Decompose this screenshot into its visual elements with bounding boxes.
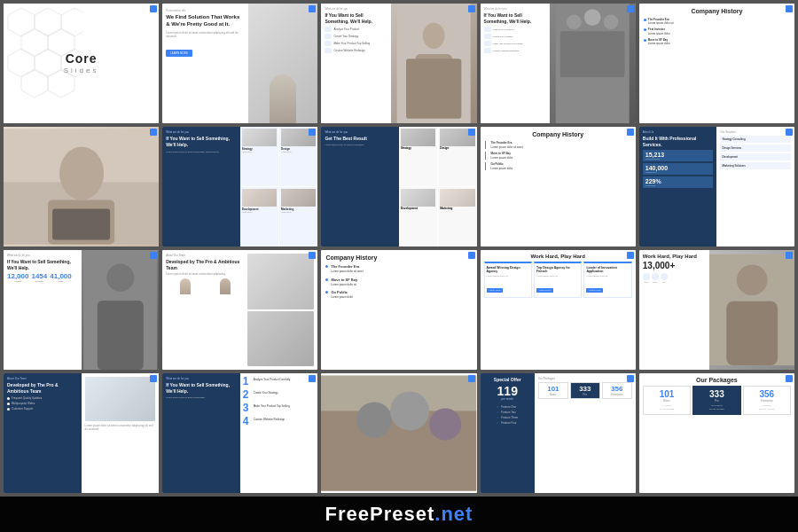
slide-2[interactable]: Presentation title We Find Solution That… xyxy=(162,4,317,123)
slide-8-left: What we do for you Get The Best Result L… xyxy=(321,127,399,246)
svg-point-7 xyxy=(567,14,583,29)
slide-1[interactable]: Core Slides xyxy=(4,4,159,123)
slide-19-right: Our Packages 101 Basic 333 Pro 3 xyxy=(535,373,636,493)
pkg-c2-price: 333 xyxy=(696,389,737,399)
slide-10[interactable]: About Us Build It With Professional Serv… xyxy=(639,127,794,246)
slide-18[interactable] xyxy=(321,373,476,493)
num-1: 1 xyxy=(243,376,252,387)
icon-item-3: Star xyxy=(661,273,668,283)
slide-badge-16 xyxy=(150,375,157,382)
list-item-2: Multipurpose Slides xyxy=(7,402,78,405)
img-box-2 xyxy=(247,311,314,367)
slide-3[interactable]: What we do for you If You Want to Sell S… xyxy=(321,4,476,123)
feature-3: ✓Feature Three xyxy=(497,416,518,419)
slide-8-card-1: Strategy xyxy=(399,127,437,186)
card-1-btn[interactable]: Learn More xyxy=(487,288,504,293)
slide-2-btn[interactable]: LEARN MORE xyxy=(166,50,192,57)
slide-badge-10 xyxy=(786,129,793,136)
slide-12-subtext: Lorem ipsum dolor sit amet consectetur a… xyxy=(166,272,245,276)
slide-9-item-1: The Founder EraLorem ipsum dolor sit ame… xyxy=(485,141,631,149)
svg-point-19 xyxy=(736,264,767,295)
slide-13-text-2: Move to SF Bay Lorem ipsum dolor sit xyxy=(331,278,357,287)
slide-11-right xyxy=(82,250,160,370)
slide-14[interactable]: Work Hard, Play Hard Award Winning Desig… xyxy=(481,250,636,370)
item-label-3: Make Your Product Top Selling xyxy=(493,43,523,45)
slide-19[interactable]: Special Offer 119 per month ✓Feature One… xyxy=(481,373,636,493)
pkg-c3-name: Enterprise xyxy=(747,399,787,403)
slide-7-card-4: Marketing Lorem ipsum xyxy=(279,187,317,246)
slide-badge-3 xyxy=(468,5,475,12)
slide-7[interactable]: What we do for you If You Want to Sell S… xyxy=(162,127,317,246)
icon-box-1 xyxy=(484,27,491,32)
slide-20[interactable]: Our Packages 101 Basic 5 Projects 10 GB … xyxy=(639,373,794,493)
slide-9-text-1: The Founder EraLorem ipsum dolor sit ame… xyxy=(489,141,523,149)
card-2-text: Lorem ipsum dolor sit xyxy=(536,275,579,278)
slide-12-left: About Our Team Developed by The Pro & Am… xyxy=(166,254,247,366)
stat-lbl-1: Clients xyxy=(7,280,28,283)
slide-badge-9 xyxy=(627,129,634,136)
li-dot-3 xyxy=(7,408,10,411)
watermark-suffix: .net xyxy=(434,503,473,525)
slide-badge-2 xyxy=(309,5,316,12)
slide-13[interactable]: Company History The Founder Era Lorem ip… xyxy=(321,250,476,370)
slide-12-person-strip xyxy=(166,278,245,294)
stat-box-3: 229% Growth Rate xyxy=(643,176,714,188)
svg-point-23 xyxy=(356,402,392,437)
slide-4[interactable]: What we do for you If You Want to Sell S… xyxy=(481,4,636,123)
slide-12[interactable]: About Our Team Developed by The Pro & Am… xyxy=(162,250,317,370)
slide-17[interactable]: What we do for you If You Want to Sell S… xyxy=(162,373,317,493)
slide-5[interactable]: Company History The Founder Era Lorem ip… xyxy=(639,4,794,123)
card-img-3 xyxy=(242,189,277,207)
pkg-c3-price: 356 xyxy=(747,389,787,399)
watermark-text: FreePreset.net xyxy=(325,503,473,526)
slide-11-headline: If You Want to Sell Something, We'll Hel… xyxy=(7,259,78,270)
svg-point-9 xyxy=(604,14,619,29)
slide-5-content: Company History The Founder Era Lorem ip… xyxy=(639,4,794,52)
slide-8-card-title-3: Development xyxy=(401,207,435,210)
icon-box-4 xyxy=(484,48,491,53)
slide-16[interactable]: About Our Team Developed by The Pro & Am… xyxy=(4,373,159,493)
watermark-brand: FreePreset xyxy=(325,503,435,525)
pkg-1: 101 Basic xyxy=(538,382,568,399)
pkg-2-price: 333 xyxy=(573,385,598,393)
item-text-2: Create Your Strategy xyxy=(333,35,358,38)
bullet-2 xyxy=(325,278,328,281)
stat-box-2: 140,000 Products Sold xyxy=(643,163,714,175)
slide-12-right xyxy=(247,254,314,366)
card-3-btn[interactable]: Learn More xyxy=(586,288,603,293)
slide-2-text: Presentation title We Find Solution That… xyxy=(162,4,247,123)
check-2: ✓ xyxy=(497,411,499,414)
item-row-1: Analyze Your Product xyxy=(325,27,387,32)
slide-4-item-2: Create Your Strategy xyxy=(484,34,547,39)
pkg-c2-features: 20 Projects 50 GB Storage xyxy=(696,404,737,411)
watermark-bar: FreePreset.net xyxy=(0,497,798,532)
tl-text-3: Move to SF Bay Lorem ipsum dolor xyxy=(648,38,670,45)
slide-13-text-1: The Founder Era Lorem ipsum dolor sit am… xyxy=(331,264,363,274)
slide-badge-4 xyxy=(627,5,634,12)
slide-8-content: What we do for you Get The Best Result L… xyxy=(321,127,476,246)
slide-2-image xyxy=(248,4,318,123)
tl-text-2: First Investor Lorem ipsum dolor xyxy=(648,27,670,35)
slide-3-image xyxy=(391,4,476,123)
card-2-btn[interactable]: Learn More xyxy=(536,288,553,293)
check-4: ✓ xyxy=(497,421,499,425)
pkg-1-price: 101 xyxy=(541,385,566,393)
card-text-4: Lorem ipsum xyxy=(281,211,316,213)
slide-20-content: Our Packages 101 Basic 5 Projects 10 GB … xyxy=(639,373,794,493)
svg-point-12 xyxy=(59,146,104,200)
cover-subtitle: Slides xyxy=(64,66,99,74)
slide-11[interactable]: What we do for you If You Want to Sell S… xyxy=(4,250,159,370)
slide-9[interactable]: Company History The Founder EraLorem ips… xyxy=(481,127,636,246)
num-item-1: 1 Analyze Your Product Carefully xyxy=(243,376,316,387)
slide-8-right: Strategy Design Development Marketi xyxy=(399,127,477,246)
slide-15[interactable]: Work Hard, Play Hard 13,000+ Award Troph… xyxy=(639,250,794,370)
feature-4: ✓Feature Four xyxy=(497,421,518,425)
slide-17-headline: If You Want to Sell Something, We'll Hel… xyxy=(166,382,237,394)
slide-13-title: Company History xyxy=(325,254,472,261)
slide-6[interactable] xyxy=(4,127,159,246)
slide-badge-13 xyxy=(468,252,475,259)
item-row-3: Make Your Product Top Selling xyxy=(325,41,387,46)
slide-8[interactable]: What we do for you Get The Best Result L… xyxy=(321,127,476,246)
svg-point-2 xyxy=(423,23,445,49)
card-text-3: Lorem ipsum xyxy=(242,211,277,213)
